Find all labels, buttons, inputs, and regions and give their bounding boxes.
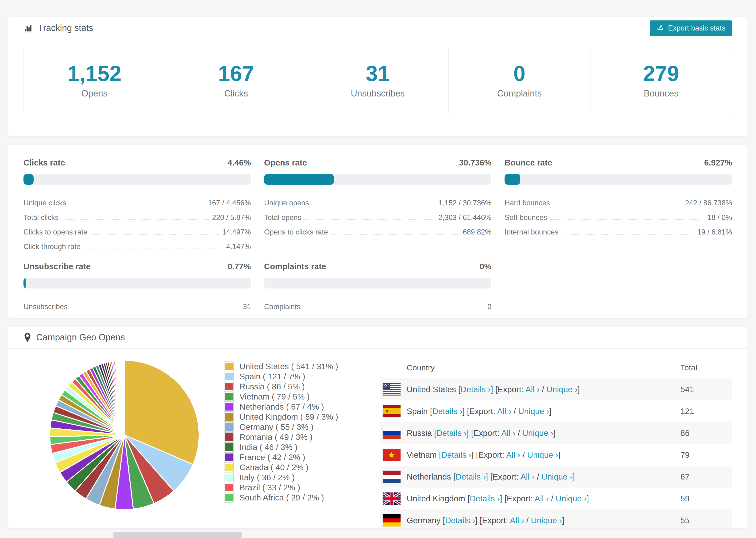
legend-swatch <box>225 372 233 381</box>
column-header-total: Total <box>680 363 732 372</box>
export-all-link[interactable]: All › <box>535 494 549 503</box>
rate-progress-bar <box>24 278 251 289</box>
legend-item-canada[interactable]: Canada ( 40 / 2% ) <box>225 462 338 472</box>
country-total: 541 <box>680 385 732 394</box>
rate-value: 0.77% <box>228 262 251 271</box>
stat-label: Bounces <box>644 88 678 99</box>
export-unique-link[interactable]: Unique › <box>531 516 562 525</box>
details-link[interactable]: Details › <box>460 385 491 394</box>
legend-item-vietnam[interactable]: Vietnam ( 79 / 5% ) <box>225 392 338 402</box>
rate-row-value: 0 <box>487 302 491 311</box>
export-button-label: Export basic stats <box>668 24 726 32</box>
dotted-leader <box>331 234 459 235</box>
rate-block-complaints-rate: Complaints rate0%Complaints0 <box>264 262 492 311</box>
rate-progress-fill <box>264 174 334 185</box>
rate-detail-row: Clicks to opens rate14.497% <box>24 222 251 237</box>
export-unique-link[interactable]: Unique › <box>522 428 553 438</box>
legend-item-romania[interactable]: Romania ( 49 / 3% ) <box>225 432 338 442</box>
de-flag-icon <box>383 514 401 526</box>
details-link[interactable]: Details › <box>432 406 462 416</box>
stat-label: Complaints <box>497 88 542 99</box>
country-cell: Russia [Details ›] [Export: All › / Uniq… <box>406 428 680 438</box>
country-total: 121 <box>680 406 732 416</box>
rate-row-value: 167 / 4.456% <box>208 199 251 207</box>
legend-label: Canada ( 40 / 2% ) <box>240 463 308 472</box>
details-link[interactable]: Details › <box>445 516 475 525</box>
dotted-leader <box>562 234 694 235</box>
legend-item-france[interactable]: France ( 42 / 2% ) <box>225 452 338 462</box>
rate-title: Bounce rate <box>505 158 552 167</box>
dotted-leader <box>70 205 205 205</box>
map-pin-icon <box>24 332 31 343</box>
column-header-country: Country <box>380 363 680 372</box>
export-unique-link[interactable]: Unique › <box>547 385 577 394</box>
legend-swatch <box>225 493 233 502</box>
export-unique-link[interactable]: Unique › <box>527 450 558 459</box>
legend-item-south-africa[interactable]: South Africa ( 29 / 2% ) <box>225 493 338 503</box>
table-row-es: Spain [Details ›] [Export: All › / Uniqu… <box>380 400 732 422</box>
country-total: 59 <box>680 494 732 503</box>
export-unique-link[interactable]: Unique › <box>556 494 586 503</box>
country-total: 79 <box>680 450 732 459</box>
country-total: 86 <box>680 428 732 438</box>
rate-row-label: Opens to clicks rate <box>264 228 328 237</box>
export-all-link[interactable]: All › <box>501 428 515 438</box>
export-all-link[interactable]: All › <box>525 385 540 394</box>
rate-row-label: Total opens <box>264 213 301 222</box>
legend-label: Russia ( 86 / 5% ) <box>240 382 305 391</box>
export-unique-link[interactable]: Unique › <box>541 472 572 481</box>
legend-item-netherlands[interactable]: Netherlands ( 67 / 4% ) <box>225 402 338 412</box>
dotted-leader <box>62 219 209 220</box>
rate-detail-row: Complaints0 <box>264 296 492 311</box>
rate-value: 0% <box>480 262 492 271</box>
dotted-leader <box>304 219 435 220</box>
table-row-vn: Vietnam [Details ›] [Export: All › / Uni… <box>380 444 732 466</box>
table-row-gb: United Kingdom [Details ›] [Export: All … <box>380 488 732 510</box>
export-basic-stats-button[interactable]: Export basic stats <box>650 21 732 36</box>
rate-head: Opens rate30.736% <box>264 158 492 167</box>
rate-progress-fill <box>24 174 33 185</box>
geo-header: Campaign Geo Opens <box>8 327 747 349</box>
rate-head: Unsubscribe rate0.77% <box>24 262 251 271</box>
tracking-dashboard-page: { "colors": { "accent_teal": "#1591a5", … <box>0 0 756 538</box>
export-all-link[interactable]: All › <box>510 516 524 525</box>
country-name: Spain <box>406 406 430 416</box>
rate-row-label: Hard bounces <box>505 199 550 207</box>
legend-item-india[interactable]: India ( 46 / 3% ) <box>225 442 338 452</box>
vn-flag-icon <box>383 449 401 461</box>
rate-detail-row: Total opens2,303 / 61.446% <box>264 207 492 222</box>
legend-item-italy[interactable]: Italy ( 36 / 2% ) <box>225 472 338 482</box>
details-link[interactable]: Details › <box>456 472 486 481</box>
legend-item-russia[interactable]: Russia ( 86 / 5% ) <box>225 381 338 392</box>
rate-row-label: Unique opens <box>264 199 309 207</box>
country-name: United Kingdom <box>406 494 467 503</box>
legend-item-spain[interactable]: Spain ( 121 / 7% ) <box>225 371 338 381</box>
rate-detail-row: Soft bounces18 / 0% <box>505 207 732 222</box>
stat-box-clicks: 167Clicks <box>165 48 307 113</box>
details-link[interactable]: Details › <box>441 450 471 459</box>
rate-progress-bar <box>24 174 251 185</box>
dotted-leader <box>550 219 704 220</box>
rate-head: Bounce rate6.927% <box>505 158 732 167</box>
legend-item-brazil[interactable]: Brazil ( 33 / 2% ) <box>225 482 338 493</box>
rate-value: 6.927% <box>704 158 732 167</box>
summary-stats-row: 1,152Opens167Clicks31Unsubscribes0Compla… <box>24 48 732 113</box>
horizontal-scrollbar-thumb[interactable] <box>113 532 242 538</box>
es-flag-icon <box>383 405 401 417</box>
export-all-link[interactable]: All › <box>520 472 535 481</box>
stat-box-unsubscribes: 31Unsubscribes <box>307 48 449 113</box>
rate-progress-fill <box>505 174 520 185</box>
details-link[interactable]: Details › <box>436 428 466 438</box>
details-link[interactable]: Details › <box>470 494 500 503</box>
legend-item-united-kingdom[interactable]: United Kingdom ( 59 / 3% ) <box>225 412 338 422</box>
legend-item-germany[interactable]: Germany ( 55 / 3% ) <box>225 422 338 432</box>
rate-head: Complaints rate0% <box>264 262 492 271</box>
legend-item-united-states[interactable]: United States ( 541 / 31% ) <box>225 361 338 371</box>
legend-swatch <box>225 382 233 391</box>
stat-value: 31 <box>366 63 390 84</box>
rate-row-label: Click through rate <box>24 242 81 251</box>
export-all-link[interactable]: All › <box>497 406 511 416</box>
export-unique-link[interactable]: Unique › <box>518 406 549 416</box>
rates-grid: Clicks rate4.46%Unique clicks167 / 4.456… <box>24 158 732 311</box>
export-all-link[interactable]: All › <box>506 450 520 459</box>
